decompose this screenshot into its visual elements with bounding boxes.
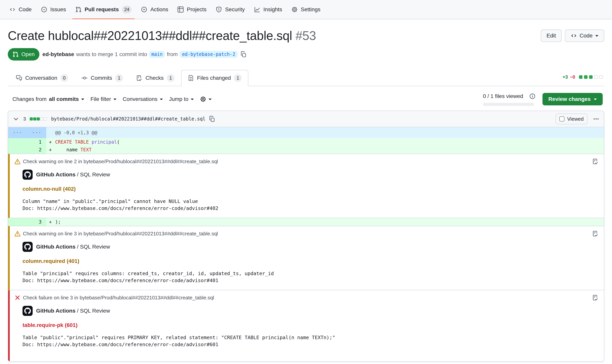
diff-settings-dropdown[interactable] [197, 96, 215, 102]
annotation-doc-link: Doc: https://www.bytebase.com/docs/refer… [23, 277, 598, 284]
file-diffstat-blocks [29, 117, 47, 120]
pr-author[interactable]: ed-bytebase [42, 51, 74, 57]
head-branch-label[interactable]: ed-bytebase-patch-2 [180, 51, 238, 58]
check-run-source: GitHub Actions / SQL Review [23, 306, 598, 316]
view-check-button[interactable] [592, 231, 599, 237]
files-viewed: 0 / 1 files viewed [483, 92, 536, 106]
diff-sign: + [46, 146, 55, 154]
nav-security[interactable]: Security [213, 4, 248, 15]
annotation-doc-link: Doc: https://www.bytebase.com/docs/refer… [23, 205, 598, 212]
pull-requests-count: 24 [122, 6, 132, 13]
files-viewed-progress [483, 103, 534, 106]
view-check-button[interactable] [592, 295, 599, 301]
changes-from-dropdown[interactable]: Changes from all commits [9, 96, 87, 102]
header-actions: Edit Code [541, 29, 604, 42]
code-button[interactable]: Code [565, 29, 604, 42]
annotation-message: Table "public"."principal" requires PRIM… [23, 334, 598, 341]
collapse-file-button[interactable] [12, 115, 20, 123]
dropdown-caret [160, 99, 163, 100]
diff-code: name TEXT [55, 146, 604, 154]
nav-actions[interactable]: Actions [138, 4, 171, 15]
file-header: 3 bytebase/Prod/hublocal##20221013##ddl#… [8, 111, 604, 127]
check-run-name[interactable]: GitHub Actions / SQL Review [36, 308, 110, 314]
view-check-button[interactable] [592, 158, 599, 165]
conversations-dropdown[interactable]: Conversations [120, 96, 166, 102]
nav-insights[interactable]: Insights [251, 4, 285, 15]
issue-opened-icon [41, 6, 47, 13]
check-annotation-failure-601: Check failure on line 3 in bytebase/Prod… [8, 290, 604, 361]
info-icon[interactable] [529, 92, 536, 100]
diffstat-block [579, 75, 583, 79]
files-viewed-text: 0 / 1 files viewed [483, 93, 523, 99]
tab-checks[interactable]: Checks 1 [130, 70, 181, 86]
nav-issues[interactable]: Issues [38, 4, 69, 15]
diff-line-2[interactable]: 2 + name TEXT [8, 146, 604, 154]
pr-number: #53 [295, 29, 316, 43]
file-changed-lines: 3 [23, 116, 26, 122]
check-run-source: GitHub Actions / SQL Review [23, 242, 598, 252]
expand-hunk-gutter[interactable]: ··· [8, 127, 27, 138]
annotation-title: Check warning on line 3 in bytebase/Prod… [23, 231, 218, 237]
copy-branch-button[interactable] [239, 51, 247, 58]
files-toolbar: Changes from all commits File filter Con… [8, 86, 604, 111]
git-commit-icon [81, 75, 88, 81]
file-diff-icon [188, 75, 194, 81]
nav-label: Projects [187, 6, 206, 13]
nav-label: Code [19, 6, 32, 13]
check-run-name[interactable]: GitHub Actions / SQL Review [36, 171, 110, 178]
base-branch-label[interactable]: main [149, 51, 165, 58]
copy-path-button[interactable] [208, 115, 216, 123]
file-filter-dropdown[interactable]: File filter [87, 96, 120, 102]
expand-hunk-gutter[interactable]: ··· [27, 127, 46, 138]
dropdown-caret [595, 35, 599, 37]
tab-commits[interactable]: Commits 1 [75, 70, 130, 86]
pr-meta: Open ed-bytebase wants to merge 1 commit… [8, 48, 604, 61]
deletions-count: −0 [570, 74, 575, 80]
github-pr-files-page: Code Issues Pull requests 24 Actions P [0, 0, 612, 364]
github-actions-avatar [23, 169, 33, 180]
comment-discussion-icon [16, 75, 22, 81]
pr-tabs: Conversation 0 Commits 1 Checks 1 [8, 70, 604, 86]
review-changes-button[interactable]: Review changes [543, 93, 603, 105]
project-table-icon [177, 6, 184, 13]
viewed-toggle[interactable]: Viewed [556, 114, 587, 124]
nav-settings[interactable]: Settings [288, 4, 323, 15]
file-options-kebab[interactable] [592, 115, 600, 123]
nav-label: Pull requests [85, 6, 119, 13]
diff-line-3[interactable]: 3 + ); [8, 218, 604, 226]
nav-label: Issues [50, 6, 66, 13]
diffstat-block [594, 75, 598, 79]
pull-request-icon [75, 6, 81, 13]
nav-pull-requests[interactable]: Pull requests 24 [72, 4, 135, 15]
tab-count: 1 [234, 74, 242, 82]
github-actions-avatar [23, 306, 33, 316]
file-path[interactable]: bytebase/Prod/hublocal##20221013##ddl##c… [51, 116, 205, 122]
annotation-header: Check warning on line 3 in bytebase/Prod… [14, 231, 598, 237]
hunk-header-text: @@ -0,0 +1,3 @@ [55, 127, 604, 138]
checklist-icon [136, 75, 142, 81]
alert-triangle-icon [14, 231, 21, 237]
pr-state-badge: Open [8, 48, 40, 61]
annotation-doc-link: Doc: https://www.bytebase.com/docs/refer… [23, 341, 598, 348]
jump-to-dropdown[interactable]: Jump to [166, 96, 197, 102]
annotation-title: Check warning on line 2 in bytebase/Prod… [23, 158, 218, 165]
annotation-rule: column.required (401) [23, 258, 598, 264]
line-number: 3 [27, 218, 46, 226]
file-check-icon [592, 158, 599, 165]
diff-sign: + [46, 218, 55, 226]
diff-line-1[interactable]: 1 + CREATE TABLE principal( [8, 138, 604, 146]
line-number: 2 [27, 146, 46, 154]
dropdown-caret [594, 99, 597, 100]
nav-label: Actions [150, 6, 168, 13]
line-number: 1 [27, 138, 46, 146]
nav-projects[interactable]: Projects [174, 4, 210, 15]
edit-button[interactable]: Edit [541, 29, 562, 42]
check-run-name[interactable]: GitHub Actions / SQL Review [36, 244, 110, 250]
tab-count: 1 [115, 74, 123, 82]
tab-conversation[interactable]: Conversation 0 [9, 70, 75, 86]
viewed-checkbox[interactable] [559, 117, 564, 121]
tab-files-changed[interactable]: Files changed 1 [181, 70, 248, 86]
code-icon [571, 33, 577, 39]
nav-code[interactable]: Code [6, 4, 35, 15]
pr-page-content: Create hublocal##20221013##ddl##create_t… [0, 28, 612, 362]
